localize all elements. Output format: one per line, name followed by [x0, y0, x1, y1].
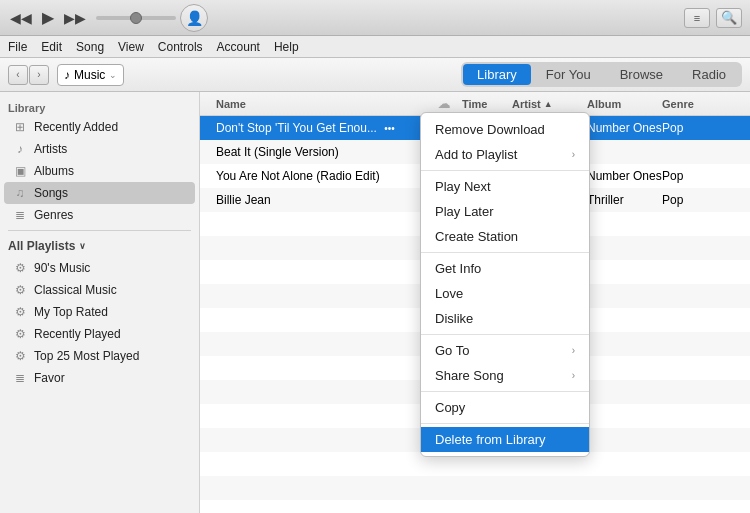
col-header-artist[interactable]: Artist ▲ [512, 98, 587, 110]
sidebar-label-favor: Favor [34, 371, 65, 385]
ctx-separator [421, 252, 589, 253]
ctx-create-station[interactable]: Create Station [421, 224, 589, 249]
all-playlists-header[interactable]: All Playlists ∨ [0, 235, 199, 257]
ctx-remove-download[interactable]: Remove Download [421, 117, 589, 142]
menu-file[interactable]: File [8, 40, 27, 54]
library-section-title: Library [0, 96, 199, 116]
sidebar-item-top-25-most-played[interactable]: ⚙ Top 25 Most Played [4, 345, 195, 367]
tabs-container: Library For You Browse Radio [461, 62, 742, 87]
back-button[interactable]: ‹ [8, 65, 28, 85]
sidebar-item-recently-played[interactable]: ⚙ Recently Played [4, 323, 195, 345]
menu-song[interactable]: Song [76, 40, 104, 54]
ctx-copy[interactable]: Copy [421, 395, 589, 420]
menu-account[interactable]: Account [217, 40, 260, 54]
sidebar-divider [8, 230, 191, 231]
ctx-love[interactable]: Love [421, 281, 589, 306]
cloud-header-icon: ☁ [438, 97, 450, 111]
artists-icon: ♪ [12, 141, 28, 157]
account-icon[interactable]: 👤 [180, 4, 208, 32]
artist-label: Artist [512, 98, 541, 110]
main-layout: Library ⊞ Recently Added ♪ Artists ▣ Alb… [0, 92, 750, 513]
sidebar-label-genres: Genres [34, 208, 73, 222]
song-genre: Pop [662, 121, 742, 135]
title-bar-right: ≡ 🔍 [684, 8, 742, 28]
search-button[interactable]: 🔍 [716, 8, 742, 28]
song-album: Number Ones [587, 121, 662, 135]
song-name: Beat It (Single Version) [208, 145, 438, 159]
tab-for-you[interactable]: For You [532, 64, 605, 85]
list-view-button[interactable]: ≡ [684, 8, 710, 28]
menu-edit[interactable]: Edit [41, 40, 62, 54]
menu-help[interactable]: Help [274, 40, 299, 54]
title-bar: ◀◀ ▶ ▶▶ 👤 ≡ 🔍 [0, 0, 750, 36]
menu-controls[interactable]: Controls [158, 40, 203, 54]
ctx-play-later[interactable]: Play Later [421, 199, 589, 224]
col-header-time[interactable]: Time [462, 98, 512, 110]
music-note-icon: ♪ [64, 68, 70, 82]
ctx-separator [421, 170, 589, 171]
forward-button[interactable]: › [29, 65, 49, 85]
ctx-separator [421, 334, 589, 335]
ctx-delete-from-library[interactable]: Delete from Library [421, 427, 589, 452]
ctx-dislike[interactable]: Dislike [421, 306, 589, 331]
menu-bar: File Edit Song View Controls Account Hel… [0, 36, 750, 58]
ctx-share-song[interactable]: Share Song › [421, 363, 589, 388]
song-album: Number Ones [587, 169, 662, 183]
tab-library[interactable]: Library [463, 64, 531, 85]
fast-forward-button[interactable]: ▶▶ [62, 8, 88, 28]
progress-track[interactable] [96, 16, 176, 20]
playlist-classical-icon: ⚙ [12, 282, 28, 298]
col-header-genre[interactable]: Genre [662, 98, 742, 110]
sidebar-item-songs[interactable]: ♫ Songs [4, 182, 195, 204]
song-row-empty [200, 500, 750, 513]
ctx-play-next[interactable]: Play Next [421, 174, 589, 199]
sidebar-item-favor[interactable]: ≣ Favor [4, 367, 195, 389]
dropdown-arrow-icon: ⌄ [109, 70, 117, 80]
menu-view[interactable]: View [118, 40, 144, 54]
song-album: Thriller [587, 193, 662, 207]
sidebar-label-albums: Albums [34, 164, 74, 178]
sidebar-item-artists[interactable]: ♪ Artists [4, 138, 195, 160]
playlist-recently-played-icon: ⚙ [12, 326, 28, 342]
ctx-go-to[interactable]: Go To › [421, 338, 589, 363]
rewind-button[interactable]: ◀◀ [8, 8, 34, 28]
music-selector-label: Music [74, 68, 105, 82]
sidebar-item-90s-music[interactable]: ⚙ 90's Music [4, 257, 195, 279]
ctx-add-to-playlist[interactable]: Add to Playlist › [421, 142, 589, 167]
ctx-get-info[interactable]: Get Info [421, 256, 589, 281]
nav-arrows: ‹ › [8, 65, 49, 85]
song-dots: ••• [384, 123, 395, 134]
play-button[interactable]: ▶ [40, 6, 56, 29]
ctx-separator [421, 391, 589, 392]
albums-icon: ▣ [12, 163, 28, 179]
tab-browse[interactable]: Browse [606, 64, 677, 85]
tab-radio[interactable]: Radio [678, 64, 740, 85]
col-header-cloud: ☁ [438, 97, 462, 111]
ctx-separator [421, 423, 589, 424]
sidebar-label-artists: Artists [34, 142, 67, 156]
col-header-name[interactable]: Name [208, 98, 438, 110]
music-selector[interactable]: ♪ Music ⌄ [57, 64, 124, 86]
genres-icon: ≣ [12, 207, 28, 223]
content-area: Name ☁ Time Artist ▲ Album Genre Don't S… [200, 92, 750, 513]
ctx-arrow-icon: › [572, 345, 575, 356]
sort-arrow-icon: ▲ [544, 99, 553, 109]
sidebar-label-recently-added: Recently Added [34, 120, 118, 134]
playlist-90s-icon: ⚙ [12, 260, 28, 276]
sidebar-item-classical-music[interactable]: ⚙ Classical Music [4, 279, 195, 301]
songs-icon: ♫ [12, 185, 28, 201]
progress-thumb[interactable] [130, 12, 142, 24]
sidebar-item-my-top-rated[interactable]: ⚙ My Top Rated [4, 301, 195, 323]
ctx-arrow-icon: › [572, 370, 575, 381]
all-playlists-arrow-icon: ∨ [79, 241, 86, 251]
sidebar-item-genres[interactable]: ≣ Genres [4, 204, 195, 226]
sidebar-label-classical-music: Classical Music [34, 283, 117, 297]
nav-bar: ‹ › ♪ Music ⌄ Library For You Browse Rad… [0, 58, 750, 92]
song-genre: Pop [662, 169, 742, 183]
song-name: Don't Stop 'Til You Get Enou... ••• [208, 121, 438, 135]
col-header-album[interactable]: Album [587, 98, 662, 110]
sidebar-item-albums[interactable]: ▣ Albums [4, 160, 195, 182]
sidebar-item-recently-added[interactable]: ⊞ Recently Added [4, 116, 195, 138]
song-name: You Are Not Alone (Radio Edit) [208, 169, 438, 183]
playlist-favor-icon: ≣ [12, 370, 28, 386]
